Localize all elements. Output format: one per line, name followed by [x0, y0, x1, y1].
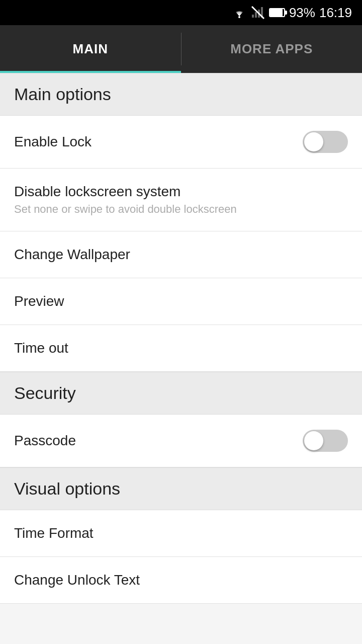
- tab-main-label: MAIN: [73, 41, 108, 57]
- security-title: Security: [14, 383, 76, 403]
- change-unlock-text-item[interactable]: Change Unlock Text: [0, 557, 362, 604]
- tab-main[interactable]: MAIN: [0, 25, 181, 73]
- wifi-icon: [232, 7, 247, 18]
- time-out-label: Time out: [14, 340, 348, 356]
- passcode-toggle[interactable]: [303, 430, 348, 452]
- svg-rect-1: [252, 15, 254, 18]
- battery-icon: [269, 8, 285, 17]
- preview-label: Preview: [14, 293, 348, 309]
- time-out-content: Time out: [14, 340, 348, 356]
- change-wallpaper-label: Change Wallpaper: [14, 247, 348, 263]
- passcode-toggle-knob: [304, 431, 323, 450]
- preview-item[interactable]: Preview: [0, 278, 362, 325]
- visual-options-title: Visual options: [14, 479, 120, 498]
- change-wallpaper-content: Change Wallpaper: [14, 247, 348, 263]
- change-unlock-text-label: Change Unlock Text: [14, 572, 348, 588]
- clock: 16:19: [319, 5, 352, 21]
- tab-more-apps-label: MORE APPS: [230, 41, 313, 57]
- disable-lockscreen-content: Disable lockscreen system Set none or sw…: [14, 184, 348, 216]
- enable-lock-content: Enable Lock: [14, 134, 303, 150]
- time-format-content: Time Format: [14, 525, 348, 541]
- enable-lock-toggle-knob: [304, 132, 323, 151]
- preview-content: Preview: [14, 293, 348, 309]
- svg-rect-2: [255, 12, 257, 18]
- disable-lockscreen-label: Disable lockscreen system: [14, 184, 348, 200]
- passcode-item[interactable]: Passcode: [0, 415, 362, 467]
- time-format-item[interactable]: Time Format: [0, 510, 362, 557]
- signal-icon: [251, 6, 265, 20]
- enable-lock-label: Enable Lock: [14, 134, 303, 150]
- passcode-label: Passcode: [14, 433, 303, 449]
- passcode-content: Passcode: [14, 433, 303, 449]
- status-bar: 93% 16:19: [0, 0, 362, 25]
- main-options-header: Main options: [0, 73, 362, 116]
- visual-options-header: Visual options: [0, 467, 362, 510]
- disable-lockscreen-sublabel: Set none or swipe to avoid double locksc…: [14, 203, 348, 216]
- security-header: Security: [0, 372, 362, 415]
- battery-percentage: 93%: [289, 5, 315, 21]
- enable-lock-toggle[interactable]: [303, 131, 348, 153]
- disable-lockscreen-item[interactable]: Disable lockscreen system Set none or sw…: [0, 169, 362, 231]
- tab-bar: MAIN MORE APPS: [0, 25, 362, 73]
- time-out-item[interactable]: Time out: [0, 325, 362, 372]
- change-unlock-text-content: Change Unlock Text: [14, 572, 348, 588]
- enable-lock-item[interactable]: Enable Lock: [0, 116, 362, 169]
- svg-point-0: [238, 16, 240, 18]
- status-icons: 93% 16:19: [232, 5, 352, 21]
- time-format-label: Time Format: [14, 525, 348, 541]
- tab-more-apps[interactable]: MORE APPS: [182, 25, 363, 73]
- main-options-title: Main options: [14, 85, 111, 104]
- change-wallpaper-item[interactable]: Change Wallpaper: [0, 231, 362, 278]
